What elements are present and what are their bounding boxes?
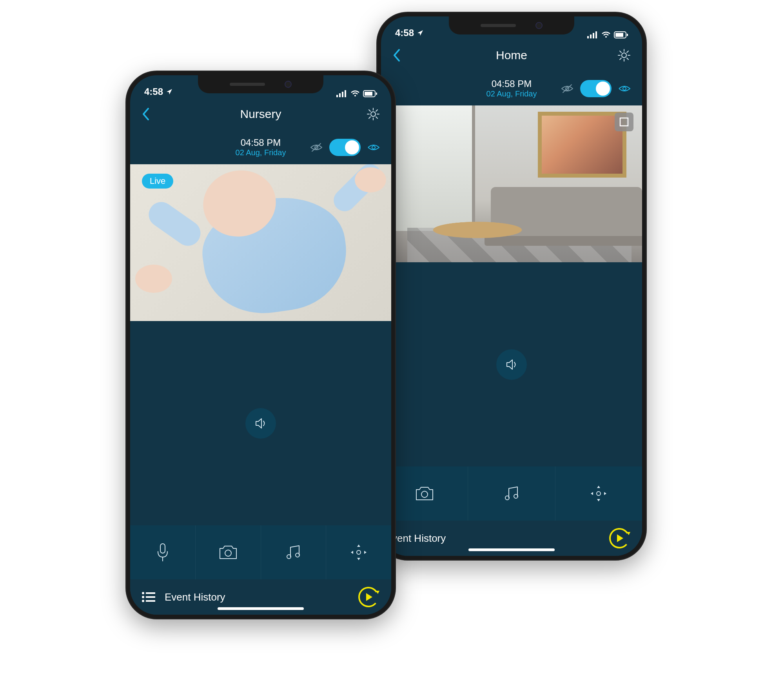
settings-button[interactable] — [617, 48, 631, 62]
svg-rect-1 — [590, 34, 592, 38]
replay-icon — [608, 526, 631, 550]
svg-rect-7 — [627, 34, 628, 36]
svg-rect-37 — [146, 592, 155, 594]
nav-bar: Home — [381, 40, 642, 71]
current-date: 02 Aug, Friday — [486, 89, 537, 98]
svg-point-16 — [597, 492, 601, 495]
eye-off-icon — [310, 142, 323, 153]
svg-rect-21 — [345, 90, 346, 97]
svg-rect-30 — [160, 544, 165, 553]
eye-icon — [367, 142, 380, 153]
snapshot-button[interactable] — [196, 525, 261, 579]
phone-screen-nursery: 4:58 — [130, 75, 391, 615]
replay-icon — [357, 585, 380, 609]
privacy-toggle[interactable] — [580, 80, 612, 97]
control-bar — [381, 466, 642, 521]
gear-icon — [617, 48, 631, 62]
baby-image — [130, 164, 391, 321]
speaker-button[interactable] — [496, 349, 527, 380]
page-title: Nursery — [240, 107, 281, 121]
control-bar — [130, 525, 391, 579]
speaker-button[interactable] — [245, 408, 276, 439]
event-history-label: Event History — [165, 591, 225, 603]
svg-rect-0 — [587, 36, 589, 38]
camera-feed[interactable] — [381, 105, 642, 262]
location-arrow-icon — [416, 29, 424, 37]
svg-rect-41 — [146, 600, 155, 602]
pan-tilt-button[interactable] — [326, 525, 391, 579]
phone-screen-home: 4:58 — [381, 16, 642, 556]
svg-point-4 — [605, 36, 607, 38]
svg-point-38 — [142, 596, 144, 598]
audio-area — [130, 321, 391, 525]
battery-icon — [614, 31, 628, 38]
music-icon — [284, 543, 302, 561]
svg-point-35 — [357, 550, 361, 554]
cellular-signal-icon — [336, 90, 347, 97]
current-time: 04:58 PM — [236, 137, 286, 148]
eye-icon — [618, 83, 631, 94]
svg-rect-12 — [620, 118, 628, 126]
svg-point-32 — [225, 550, 231, 556]
svg-rect-20 — [342, 92, 343, 97]
nav-bar: Nursery — [130, 99, 391, 129]
current-date: 02 Aug, Friday — [236, 148, 286, 157]
directional-pad-icon — [588, 483, 609, 504]
music-icon — [503, 485, 521, 503]
privacy-toggle[interactable] — [329, 139, 361, 156]
lullaby-button[interactable] — [261, 525, 327, 579]
svg-rect-6 — [615, 33, 623, 37]
svg-point-11 — [623, 87, 626, 90]
svg-point-29 — [372, 146, 375, 149]
current-time: 04:58 PM — [486, 78, 537, 89]
phone-notch — [198, 75, 323, 93]
svg-point-36 — [142, 592, 144, 594]
phone-frame-home: 4:58 — [376, 12, 647, 561]
wifi-icon — [601, 31, 611, 38]
event-play-button[interactable] — [608, 526, 631, 550]
battery-icon — [363, 90, 377, 97]
svg-point-26 — [371, 112, 376, 116]
gear-icon — [366, 107, 380, 121]
audio-area — [381, 262, 642, 466]
location-arrow-icon — [165, 88, 173, 96]
camera-icon — [414, 485, 435, 502]
phone-frame-nursery: 4:58 — [125, 71, 396, 619]
page-title: Home — [496, 49, 527, 62]
living-room-image — [381, 105, 642, 262]
camera-icon — [218, 544, 239, 561]
cellular-signal-icon — [587, 31, 598, 38]
wifi-icon — [350, 90, 360, 97]
event-play-button[interactable] — [357, 585, 380, 609]
microphone-button[interactable] — [130, 525, 196, 579]
directional-pad-icon — [348, 542, 369, 563]
expand-button[interactable] — [615, 113, 633, 131]
svg-point-8 — [622, 53, 626, 58]
svg-rect-25 — [376, 93, 377, 95]
svg-rect-39 — [146, 596, 155, 598]
status-time: 4:58 — [395, 27, 414, 38]
svg-point-22 — [354, 95, 356, 96]
datetime-row: 04:58 PM 02 Aug, Friday — [381, 71, 642, 105]
expand-icon — [619, 116, 630, 127]
list-icon — [141, 591, 155, 603]
svg-rect-24 — [365, 92, 372, 96]
home-indicator[interactable] — [468, 548, 555, 551]
pan-tilt-button[interactable] — [555, 466, 642, 521]
back-button[interactable] — [141, 107, 150, 121]
speaker-icon — [504, 357, 519, 372]
event-history-label: vent History — [392, 532, 446, 545]
datetime-row: 04:58 PM 02 Aug, Friday — [130, 129, 391, 164]
settings-button[interactable] — [366, 107, 380, 121]
camera-feed[interactable]: Live — [130, 164, 391, 321]
live-badge: Live — [142, 174, 173, 189]
status-time: 4:58 — [144, 86, 163, 97]
speaker-icon — [253, 416, 269, 431]
back-button[interactable] — [392, 48, 401, 62]
eye-off-icon — [561, 83, 574, 94]
home-indicator[interactable] — [218, 607, 304, 610]
phone-notch — [449, 16, 574, 34]
svg-rect-18 — [336, 95, 338, 97]
lullaby-button[interactable] — [468, 466, 555, 521]
microphone-icon — [156, 542, 170, 563]
